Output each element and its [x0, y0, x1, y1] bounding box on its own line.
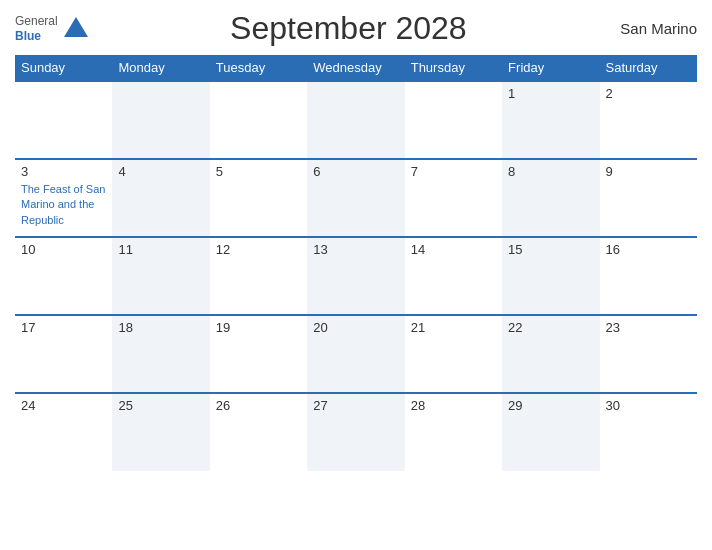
country-name: San Marino [607, 20, 697, 37]
calendar-table: Sunday Monday Tuesday Wednesday Thursday… [15, 55, 697, 471]
week-row: 3The Feast of San Marino and the Republi… [15, 159, 697, 237]
calendar-cell [405, 81, 502, 159]
day-number: 15 [508, 242, 593, 257]
calendar-cell: 7 [405, 159, 502, 237]
week-row: 24252627282930 [15, 393, 697, 471]
calendar-cell: 13 [307, 237, 404, 315]
calendar-cell: 17 [15, 315, 112, 393]
calendar-cell: 14 [405, 237, 502, 315]
event-label: The Feast of San Marino and the Republic [21, 183, 105, 226]
day-number: 8 [508, 164, 593, 179]
day-number: 24 [21, 398, 106, 413]
calendar-cell: 2 [600, 81, 697, 159]
day-number: 16 [606, 242, 691, 257]
calendar-cell: 1 [502, 81, 599, 159]
calendar-cell: 26 [210, 393, 307, 471]
day-number: 20 [313, 320, 398, 335]
week-row: 10111213141516 [15, 237, 697, 315]
calendar-cell: 25 [112, 393, 209, 471]
header-monday: Monday [112, 55, 209, 81]
calendar-cell [15, 81, 112, 159]
day-number: 28 [411, 398, 496, 413]
calendar-cell [307, 81, 404, 159]
day-number: 18 [118, 320, 203, 335]
day-number: 30 [606, 398, 691, 413]
header-wednesday: Wednesday [307, 55, 404, 81]
day-number: 2 [606, 86, 691, 101]
svg-marker-0 [64, 17, 88, 37]
week-row: 12 [15, 81, 697, 159]
calendar-cell: 11 [112, 237, 209, 315]
day-number: 25 [118, 398, 203, 413]
calendar-cell: 10 [15, 237, 112, 315]
header-sunday: Sunday [15, 55, 112, 81]
calendar-cell: 24 [15, 393, 112, 471]
calendar-cell: 20 [307, 315, 404, 393]
calendar-cell: 16 [600, 237, 697, 315]
calendar-cell: 15 [502, 237, 599, 315]
day-number: 11 [118, 242, 203, 257]
day-number: 26 [216, 398, 301, 413]
logo: General Blue [15, 14, 90, 43]
calendar-cell [112, 81, 209, 159]
logo-blue-text: Blue [15, 29, 58, 43]
calendar-cell: 23 [600, 315, 697, 393]
week-row: 17181920212223 [15, 315, 697, 393]
calendar-cell: 9 [600, 159, 697, 237]
calendar-cell: 6 [307, 159, 404, 237]
logo-icon [62, 15, 90, 43]
day-number: 4 [118, 164, 203, 179]
calendar-container: General Blue September 2028 San Marino S… [0, 0, 712, 550]
calendar-cell: 30 [600, 393, 697, 471]
calendar-cell: 8 [502, 159, 599, 237]
calendar-header: General Blue September 2028 San Marino [15, 10, 697, 47]
calendar-cell: 5 [210, 159, 307, 237]
calendar-cell [210, 81, 307, 159]
day-number: 6 [313, 164, 398, 179]
day-number: 21 [411, 320, 496, 335]
day-number: 5 [216, 164, 301, 179]
day-number: 22 [508, 320, 593, 335]
calendar-cell: 29 [502, 393, 599, 471]
header-thursday: Thursday [405, 55, 502, 81]
calendar-title: September 2028 [90, 10, 607, 47]
calendar-cell: 27 [307, 393, 404, 471]
logo-general-text: General [15, 14, 58, 28]
day-number: 19 [216, 320, 301, 335]
calendar-cell: 12 [210, 237, 307, 315]
day-number: 23 [606, 320, 691, 335]
calendar-cell: 3The Feast of San Marino and the Republi… [15, 159, 112, 237]
calendar-cell: 4 [112, 159, 209, 237]
day-number: 3 [21, 164, 106, 179]
day-number: 7 [411, 164, 496, 179]
day-number: 9 [606, 164, 691, 179]
day-number: 12 [216, 242, 301, 257]
calendar-cell: 21 [405, 315, 502, 393]
day-number: 13 [313, 242, 398, 257]
calendar-cell: 28 [405, 393, 502, 471]
header-saturday: Saturday [600, 55, 697, 81]
day-number: 1 [508, 86, 593, 101]
header-tuesday: Tuesday [210, 55, 307, 81]
day-number: 14 [411, 242, 496, 257]
calendar-cell: 19 [210, 315, 307, 393]
days-header-row: Sunday Monday Tuesday Wednesday Thursday… [15, 55, 697, 81]
day-number: 29 [508, 398, 593, 413]
day-number: 10 [21, 242, 106, 257]
header-friday: Friday [502, 55, 599, 81]
day-number: 17 [21, 320, 106, 335]
calendar-cell: 22 [502, 315, 599, 393]
day-number: 27 [313, 398, 398, 413]
calendar-cell: 18 [112, 315, 209, 393]
